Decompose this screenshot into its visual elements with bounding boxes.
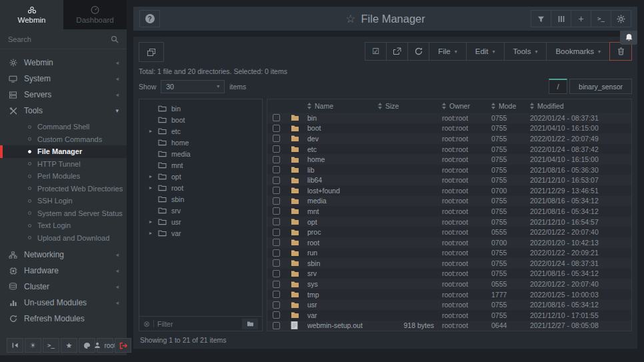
- row-checkbox[interactable]: [273, 135, 280, 142]
- sidebar-item-ssh-login[interactable]: SSH Login: [0, 195, 127, 207]
- tree-item-usr[interactable]: ▸usr: [139, 216, 262, 227]
- table-row-var[interactable]: varroot:root07552021/12/10 - 17:01:55: [267, 310, 631, 321]
- table-row-srv[interactable]: srvroot:root07552021/08/16 - 05:34:12: [267, 269, 631, 279]
- sidebar-item-servers[interactable]: Servers◂: [0, 87, 127, 103]
- table-row-webmin-setup-out[interactable]: webmin-setup.out918 bytesroot:root064420…: [267, 321, 631, 331]
- sidebar-item-tools[interactable]: Tools▾: [0, 103, 127, 119]
- row-checkbox[interactable]: [273, 218, 280, 225]
- sidebar-item-refresh-modules[interactable]: Refresh Modules: [0, 311, 127, 327]
- sidebar-item-http-tunnel[interactable]: HTTP Tunnel: [0, 158, 127, 171]
- tree-item-srv[interactable]: srv: [139, 205, 262, 216]
- table-row-proc[interactable]: procroot:root05552022/01/22 - 20:07:40: [267, 227, 631, 237]
- expand-arrow-icon[interactable]: ▸: [148, 173, 153, 179]
- table-row-root[interactable]: rootroot:root07002022/01/20 - 10:42:13: [267, 237, 631, 248]
- menu-bookmarks[interactable]: Bookmarks▾: [546, 42, 610, 61]
- clear-filter-icon[interactable]: ⊗: [143, 320, 150, 328]
- table-row-run[interactable]: runroot:root07552022/01/22 - 20:09:21: [267, 248, 631, 259]
- tree-item-home[interactable]: home: [139, 137, 262, 148]
- delete-button[interactable]: [609, 42, 632, 61]
- column-header-modified[interactable]: Modified: [530, 102, 631, 110]
- sidebar-item-upload-and-download[interactable]: Upload and Download: [0, 232, 127, 245]
- row-checkbox[interactable]: [273, 291, 280, 298]
- table-row-lost-found[interactable]: lost+foundroot:root07002021/12/29 - 13:4…: [267, 185, 631, 196]
- column-header-name[interactable]: Name: [307, 102, 378, 110]
- export-button[interactable]: [386, 42, 408, 61]
- row-checkbox[interactable]: [273, 145, 280, 153]
- table-row-lib[interactable]: libroot:root07552021/08/16 - 05:36:30: [267, 165, 631, 175]
- row-checkbox[interactable]: [273, 125, 280, 132]
- table-row-sbin[interactable]: sbinroot:root07552022/01/24 - 08:37:31: [267, 258, 631, 269]
- table-row-tmp[interactable]: tmproot:root17772022/01/25 - 10:00:03: [267, 289, 631, 300]
- collapse-sidebar-button[interactable]: [7, 338, 23, 353]
- tree-item-mnt[interactable]: mnt: [139, 159, 262, 171]
- table-row-etc[interactable]: etcroot:root07552022/01/24 - 08:37:42: [267, 144, 631, 155]
- menu-edit[interactable]: Edit▾: [466, 42, 505, 61]
- row-checkbox[interactable]: [273, 156, 280, 163]
- sidebar-item-webmin[interactable]: Webmin◂: [0, 55, 127, 71]
- table-row-media[interactable]: mediaroot:root07552021/08/16 - 05:34:12: [267, 196, 631, 207]
- menu-tools[interactable]: Tools▾: [504, 42, 547, 61]
- column-header-mode[interactable]: Mode: [491, 102, 530, 110]
- expand-arrow-icon[interactable]: ▸: [148, 230, 153, 236]
- user-button[interactable]: root: [97, 338, 113, 353]
- tree-folder-button[interactable]: [242, 319, 258, 329]
- row-checkbox[interactable]: [273, 270, 280, 277]
- tree-item-sbin[interactable]: sbin: [139, 193, 262, 205]
- sidebar-item-cluster[interactable]: Cluster◂: [0, 279, 127, 295]
- sidebar-item-custom-commands[interactable]: Custom Commands: [0, 133, 127, 146]
- row-checkbox[interactable]: [273, 322, 280, 329]
- row-checkbox[interactable]: [273, 249, 280, 257]
- row-checkbox[interactable]: [273, 114, 280, 121]
- refresh-button[interactable]: [407, 42, 429, 61]
- columns-button[interactable]: [551, 10, 571, 27]
- tree-filter-input[interactable]: [157, 320, 239, 328]
- row-checkbox[interactable]: [273, 239, 280, 246]
- tree-item-etc[interactable]: ▸etc: [139, 125, 262, 137]
- search-input[interactable]: [8, 35, 111, 43]
- tree-item-var[interactable]: ▸var: [139, 227, 262, 239]
- favorite-star-icon[interactable]: ☆: [345, 12, 355, 26]
- expand-arrow-icon[interactable]: ▸: [148, 185, 153, 191]
- tab-dashboard[interactable]: Dashboard: [63, 0, 127, 29]
- table-row-boot[interactable]: bootroot:root07552021/04/10 - 16:15:00: [267, 123, 631, 134]
- tree-item-opt[interactable]: ▸opt: [139, 171, 262, 182]
- filter-button[interactable]: [531, 10, 551, 27]
- sidebar-item-protected-web-directories[interactable]: Protected Web Directories: [0, 183, 127, 195]
- table-row-bin[interactable]: binroot:root07552022/01/24 - 08:37:31: [267, 113, 631, 123]
- select-all-button[interactable]: ☑: [365, 42, 387, 61]
- tree-item-boot[interactable]: boot: [139, 114, 262, 125]
- tree-item-bin[interactable]: bin: [139, 103, 262, 114]
- breadcrumb-current[interactable]: binary_sensor: [569, 79, 632, 94]
- sidebar-item-text-login[interactable]: Text Login: [0, 219, 127, 232]
- row-checkbox[interactable]: [273, 311, 280, 319]
- breadcrumb-root[interactable]: /: [549, 79, 567, 94]
- new-tab-button[interactable]: +: [571, 10, 591, 27]
- menu-file[interactable]: File▾: [429, 42, 467, 61]
- theme-brightness-button[interactable]: ☀: [25, 338, 41, 353]
- page-size-select[interactable]: 30 ▾: [161, 80, 225, 93]
- theme-palette-button[interactable]: [79, 338, 95, 353]
- table-row-opt[interactable]: optroot:root07552021/12/10 - 16:54:57: [267, 217, 631, 227]
- sidebar-item-command-shell[interactable]: Command Shell: [0, 121, 127, 133]
- row-checkbox[interactable]: [273, 197, 280, 205]
- settings-button[interactable]: [611, 10, 631, 27]
- row-checkbox[interactable]: [273, 166, 280, 173]
- column-header-owner[interactable]: Owner: [442, 102, 491, 110]
- expand-arrow-icon[interactable]: ▸: [148, 219, 153, 225]
- table-row-sys[interactable]: sysroot:root05552022/01/22 - 20:07:40: [267, 279, 631, 289]
- sidebar-item-hardware[interactable]: Hardware◂: [0, 263, 127, 279]
- shell-button[interactable]: >_: [591, 10, 611, 27]
- table-row-usr[interactable]: usrroot:root07552021/08/16 - 05:34:12: [267, 299, 631, 310]
- row-checkbox[interactable]: [273, 177, 280, 184]
- row-checkbox[interactable]: [273, 259, 280, 267]
- row-checkbox[interactable]: [273, 301, 280, 309]
- help-button[interactable]: ?: [139, 10, 160, 27]
- tab-webmin[interactable]: Webmin: [0, 0, 63, 29]
- table-row-dev[interactable]: devroot:root07552022/01/22 - 20:07:49: [267, 133, 631, 144]
- row-checkbox[interactable]: [273, 187, 280, 194]
- favorites-button[interactable]: ★: [61, 338, 77, 353]
- row-checkbox[interactable]: [273, 229, 280, 236]
- sidebar-item-system[interactable]: System◂: [0, 71, 127, 87]
- table-row-lib64[interactable]: lib64root:root07552021/12/10 - 16:53:07: [267, 175, 631, 185]
- sidebar-item-perl-modules[interactable]: Perl Modules: [0, 170, 127, 183]
